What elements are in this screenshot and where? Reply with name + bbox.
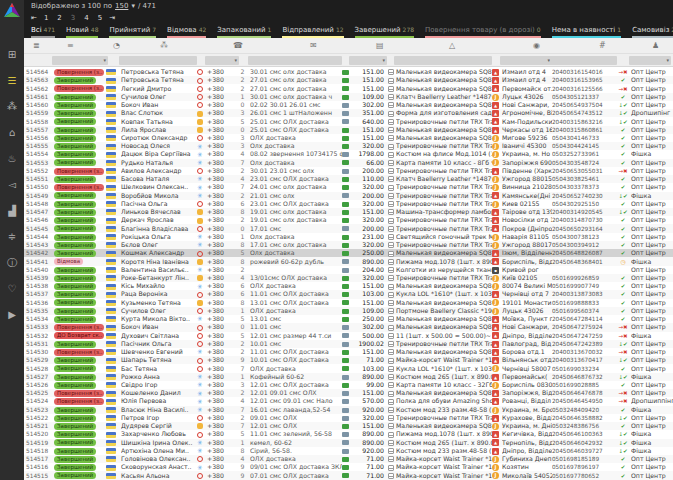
table-row[interactable]: 514518ЗавершенийАртюхіна Олена Ми..✳+380… [24,447,673,455]
tab-Відмова[interactable]: Відмова42 [167,26,206,38]
table-row[interactable]: 514530Повернення (з..Шевченко Евгений✳+3… [24,348,673,356]
orders-icon[interactable]: ☰ [0,70,24,96]
stats-icon[interactable]: ▟ [0,200,24,226]
page-button[interactable]: 4 [84,14,88,22]
video-icon[interactable]: ▶ [0,304,24,330]
table-row[interactable]: 514520ЗавершенийЗахарченко Любовь+380511… [24,430,673,438]
payment-icon[interactable]: ▤ [376,41,384,50]
table-row[interactable]: 514561ЗавершенийСучилов Олег+380130.01 с… [24,93,673,101]
table-row[interactable]: 514562Повернення (з..Легкий Дмитро+38022… [24,84,673,92]
filter-channel[interactable]: ▾ [629,56,671,65]
filter-ttn[interactable] [550,56,617,65]
table-row[interactable]: 514557ЗавершенийЛила Ярослав+380025.01 с… [24,126,673,134]
table-row[interactable]: 514517ЗавершенийГоловінова Олексан..+380… [24,455,673,463]
filter-price[interactable]: ▾ [349,56,387,65]
table-row[interactable]: 514560ЗавершенийБокоч Иван+380002.02 30.… [24,101,673,109]
filter-name[interactable] [119,56,197,65]
table-row[interactable]: 514531ЗавершенийПасічник Ольга+380210.01… [24,340,673,348]
table-row[interactable]: 514523ЗавершенийВласюк Ніна Василі..✳+38… [24,406,673,414]
support-icon[interactable]: ♡ [0,278,24,304]
tab-Новий[interactable]: Новий48 [66,26,98,38]
table-row[interactable]: 514553ЗавершенийРудько Наталья✳+3807Олх … [24,159,673,167]
page-button[interactable]: 1 [44,14,48,22]
table-row[interactable]: 514563ЗавершенийПетровська Тетяна+380227… [24,76,673,84]
per-page-select[interactable]: 150 [115,2,128,10]
table-row[interactable]: 514545ЗавершенийБлагінна Владіслава+3800… [24,224,673,232]
comment-icon[interactable]: ✉ [310,41,317,50]
table-row[interactable]: 514535ЗавершенийСучилов Олег+3801ОЛХ дос… [24,307,673,315]
table-row[interactable]: 514542ЗавершенийКошмак Александр+3805Олх… [24,249,673,257]
table-row[interactable]: 514541ВідмоваКоротя Ніна Іванівна+3808ро… [24,257,673,265]
table-row[interactable]: 514544ЗавершенийРокіцька Ольга✳+3801Олх … [24,233,673,241]
table-row[interactable]: 514547ЗавершенийЛиньков Вячеслав+380819.… [24,208,673,216]
tab-Всі[interactable]: Всі471 [31,26,55,38]
table-row[interactable]: 514533Повернення (з..Бокоч Иван+380011.0… [24,323,673,331]
table-row[interactable]: 514528ЗавершенийБас Тетяна+3807ОЛХ доста… [24,364,673,372]
table-row[interactable]: 514543ЗавершенийБєлов Олег✳+380817.01 см… [24,241,673,249]
megaphone-icon[interactable]: ◅ [0,174,24,200]
rows-icon[interactable]: ≣ [33,41,40,50]
table-row[interactable]: 514529ЗавершенийШапарь Тетяна+380910.01 … [24,356,673,364]
table-row[interactable]: 514536ЗавершенийКузьменко Тетяна+380813.… [24,299,673,307]
table-row[interactable]: 514549ЗавершенийВоробйов Микола✳+380221.… [24,192,673,200]
table-row[interactable]: 514559ЗавершенийВлас Слотюк+380326.01 см… [24,109,673,117]
table-row[interactable]: 514558ЗавершенийКовпак Татьяна+380525.01… [24,117,673,125]
table-row[interactable]: 514548ЗавершенийПасічна Ольга+380623.01 … [24,200,673,208]
table-row[interactable]: 514522ЗавершенийПетров Ігор+380209.01 см… [24,414,673,422]
table-row[interactable]: 514551ЗавершенийБасова Наталя✳+380423.01… [24,175,673,183]
table-row[interactable]: 514527ЗавершенийРожко Анна✳+3801Кофейный… [24,373,673,381]
table-row[interactable]: 514516ЗавершенийСковорунская Анаст..✳+38… [24,463,673,471]
table-row[interactable]: 514537ЗавершенийРаца Вероніка+380611.01 … [24,290,673,298]
table-row[interactable]: 514556ЗавершенийСиротюк Олександр+3803ОЛ… [24,134,673,142]
status-icon[interactable]: ≡ [67,41,74,50]
page-button[interactable]: 3 [71,14,75,22]
table-row[interactable]: 514554ЗавершенийДацюк Віра Сергіївна✳+38… [24,150,673,158]
piggy-bank-icon[interactable]: ♨ [0,148,24,174]
filter-status[interactable]: ▾ [52,56,108,65]
ttn-icon[interactable]: # [599,41,606,50]
table-row[interactable]: 514519ЗавершенийШишкіна Ірина Олек..✳+38… [24,439,673,447]
filter-phone[interactable]: ▾ [205,56,239,65]
filter-city[interactable]: ▾ [500,56,552,65]
table-row[interactable]: 514521ЗавершенийДудярев Сергій+380712.01… [24,422,673,430]
tab-Повернення товару (в дорозі)[interactable]: Повернення товару (в дорозі)0 [425,26,541,38]
table-row[interactable]: 514546ЗавершенийДеркач Ярослав+380219.01… [24,216,673,224]
settings-icon[interactable]: ≑ [0,226,24,252]
table-row[interactable]: 514555ЗавершенийНовосад Олеся✳+3803Олх д… [24,142,673,150]
tab-Запакований[interactable]: Запакований1 [217,26,271,38]
table-row[interactable]: 514526ЗавершенийСвідро Ігор✳+380312.01 с… [24,381,673,389]
page-button[interactable]: 5 [98,14,102,22]
last-page-button[interactable]: ⇥ [109,14,115,22]
app-logo[interactable] [3,3,21,18]
table-row[interactable]: 514552Повернення (з..Авилов Александр+38… [24,167,673,175]
table-row[interactable]: 514524Повернення (з..Юлія Первова✳+38041… [24,397,673,405]
table-row[interactable]: 514534ЗавершенийКурта Микола Вікто..✳+38… [24,315,673,323]
table-row[interactable]: 514525Повернення (з..Кошеленко Данил✳+38… [24,389,673,397]
chevron-down-icon[interactable]: ▾ [131,2,135,10]
table-row[interactable]: 514532ДО Возврат ск..Духович Світлана+38… [24,332,673,340]
table-row[interactable]: 514550Повернення (з..Шелковин Олексан..✳… [24,183,673,191]
tab-Нема в наявності[interactable]: Нема в наявності1 [552,26,621,38]
first-page-button[interactable]: ⇤ [31,14,37,22]
filter-product[interactable] [394,56,492,65]
table-row[interactable]: 514564Повернення (з..Петровська Тетяна+3… [24,68,673,76]
call-status-icon[interactable]: ◔ [113,41,120,50]
shop-icon[interactable]: ⌂ [0,122,24,148]
table-row[interactable]: 514515ЗавершенийКасьян Альона+380907.01 … [24,471,673,479]
tab-Відправлений[interactable]: Відправлений12 [282,26,343,38]
manager-icon[interactable]: ♟ [652,41,659,50]
table-row[interactable]: 514538ЗавершенийКісь Михайло✳+3806ОЛХ до… [24,282,673,290]
table-row[interactable]: 514540ЗавершенийВалентина Васильє..✳+380… [24,266,673,274]
info-icon[interactable]: ⓘ [0,252,24,278]
page-button[interactable]: 2 [57,14,61,22]
client-icon[interactable]: ⁂ [160,41,168,50]
tab-Завершений[interactable]: Завершений278 [355,26,415,38]
tab-Самовивіз[interactable]: Самовивіз2 [632,26,673,38]
filter-comment[interactable] [248,56,342,65]
table-row[interactable]: 514539ЗавершенийРоке-Бетанкурт Лін..+380… [24,274,673,282]
tab-Прийнятий[interactable]: Прийнятий7 [109,26,156,38]
dashboard-icon[interactable]: ⊞ [0,44,24,70]
location-icon[interactable]: ◉ [533,41,540,50]
product-icon[interactable]: △ [449,41,455,50]
contacts-icon[interactable]: ⁂ [0,96,24,122]
